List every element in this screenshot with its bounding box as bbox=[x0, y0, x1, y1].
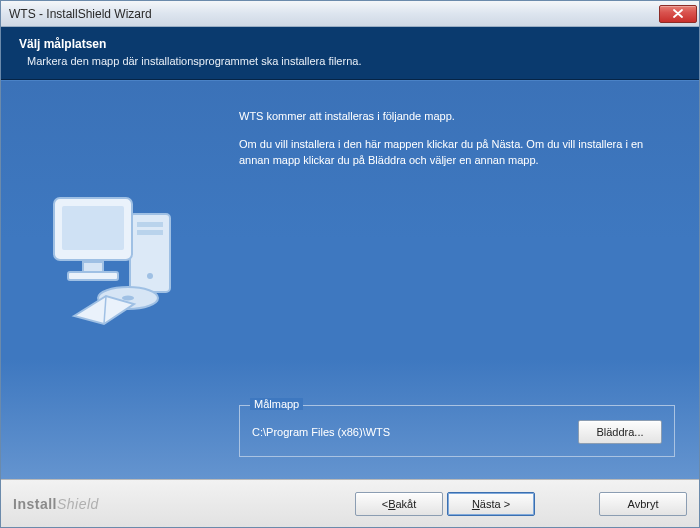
next-button[interactable]: Nästa > bbox=[447, 492, 535, 516]
close-button[interactable] bbox=[659, 5, 697, 23]
svg-rect-5 bbox=[62, 206, 124, 250]
svg-rect-1 bbox=[137, 222, 163, 227]
footer: InstallShield < Bakåt Nästa > Avbryt bbox=[1, 479, 699, 527]
back-button[interactable]: < Bakåt bbox=[355, 492, 443, 516]
cancel-button[interactable]: Avbryt bbox=[599, 492, 687, 516]
header-band: Välj målplatsen Markera den mapp där ins… bbox=[1, 27, 699, 80]
illustration-column bbox=[1, 81, 227, 479]
cancel-label: Avbryt bbox=[628, 498, 659, 510]
spacer bbox=[239, 181, 675, 405]
page-subheading: Markera den mapp där installationsprogra… bbox=[19, 55, 681, 67]
main-column: WTS kommer att installeras i följande ma… bbox=[227, 81, 699, 479]
svg-point-9 bbox=[122, 296, 134, 301]
browse-button-label: Bläddra... bbox=[596, 426, 643, 438]
back-rest: akåt bbox=[395, 498, 416, 510]
next-rest: ästa > bbox=[480, 498, 510, 510]
window-title: WTS - InstallShield Wizard bbox=[9, 7, 659, 21]
next-underline: N bbox=[472, 498, 480, 510]
svg-point-3 bbox=[147, 273, 153, 279]
destination-folder-path: C:\Program Files (x86)\WTS bbox=[252, 426, 568, 438]
close-icon bbox=[673, 9, 683, 18]
installshield-brand: InstallShield bbox=[13, 496, 173, 512]
browse-button[interactable]: Bläddra... bbox=[578, 420, 662, 444]
install-path-intro: WTS kommer att installeras i följande ma… bbox=[239, 109, 675, 125]
brand-light: Shield bbox=[57, 496, 99, 512]
titlebar: WTS - InstallShield Wizard bbox=[1, 1, 699, 27]
page-heading: Välj målplatsen bbox=[19, 37, 681, 51]
svg-rect-6 bbox=[83, 262, 103, 272]
install-path-instructions: Om du vill installera i den här mappen k… bbox=[239, 137, 675, 169]
svg-rect-2 bbox=[137, 230, 163, 235]
svg-rect-7 bbox=[68, 272, 118, 280]
content-area: WTS kommer att installeras i följande ma… bbox=[1, 80, 699, 479]
installer-window: WTS - InstallShield Wizard Välj målplats… bbox=[0, 0, 700, 528]
destination-folder-group: Målmapp C:\Program Files (x86)\WTS Blädd… bbox=[239, 405, 675, 457]
brand-bold: Install bbox=[13, 496, 57, 512]
computer-illustration-icon bbox=[34, 170, 194, 330]
back-underline: B bbox=[388, 498, 395, 510]
nav-button-group: < Bakåt Nästa > bbox=[355, 492, 535, 516]
destination-folder-legend: Målmapp bbox=[250, 398, 303, 410]
